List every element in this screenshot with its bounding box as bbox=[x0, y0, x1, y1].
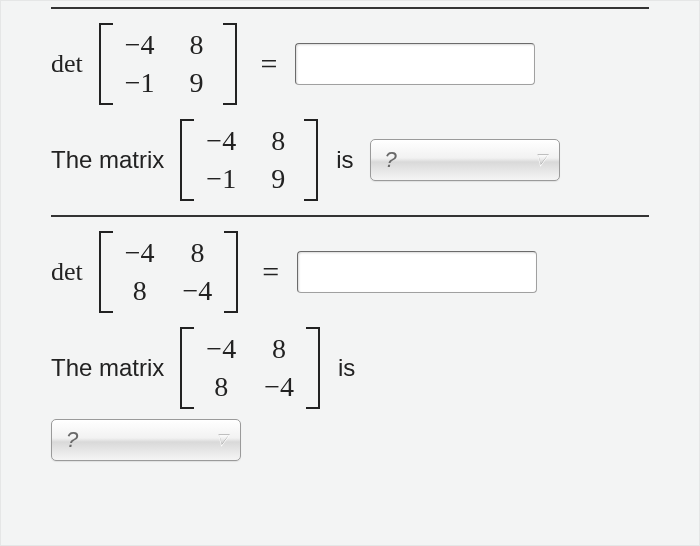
m2-a21: 8 bbox=[125, 277, 155, 305]
m2b-a22: −4 bbox=[264, 373, 294, 401]
matrix-1b: −4 8 −1 9 bbox=[180, 119, 318, 201]
m1-a21: −1 bbox=[125, 69, 155, 97]
left-bracket-icon bbox=[99, 231, 113, 313]
matrix-grid: −4 8 −1 9 bbox=[113, 23, 223, 105]
right-bracket-icon bbox=[304, 119, 318, 201]
m2-a12: 8 bbox=[183, 239, 213, 267]
classify-post: is bbox=[336, 146, 353, 174]
dropdown-placeholder: ? bbox=[66, 427, 78, 453]
classify-row-2b: ? ▽ bbox=[51, 419, 649, 461]
classify-pre: The matrix bbox=[51, 354, 164, 382]
m2b-a11: −4 bbox=[206, 335, 236, 363]
classify-row-1: The matrix −4 8 −1 9 is ? ▽ bbox=[51, 119, 649, 201]
left-bracket-icon bbox=[99, 23, 113, 105]
matrix-grid: −4 8 8 −4 bbox=[113, 231, 225, 313]
m1b-a21: −1 bbox=[206, 165, 236, 193]
m1b-a22: 9 bbox=[264, 165, 292, 193]
question-panel: det −4 8 −1 9 = The matrix −4 8 −1 9 bbox=[0, 0, 700, 546]
classify-dropdown-1[interactable]: ? ▽ bbox=[370, 139, 560, 181]
det-answer-input-1[interactable] bbox=[295, 43, 535, 85]
right-bracket-icon bbox=[224, 231, 238, 313]
m1b-a11: −4 bbox=[206, 127, 236, 155]
left-bracket-icon bbox=[180, 327, 194, 409]
equals-sign: = bbox=[261, 47, 278, 81]
classify-row-2: The matrix −4 8 8 −4 is bbox=[51, 327, 649, 409]
matrix-2a: −4 8 8 −4 bbox=[99, 231, 239, 313]
det-row-1: det −4 8 −1 9 = bbox=[51, 23, 649, 105]
classify-pre: The matrix bbox=[51, 146, 164, 174]
det-label: det bbox=[51, 49, 83, 79]
equals-sign: = bbox=[262, 255, 279, 289]
chevron-down-icon: ▽ bbox=[535, 151, 547, 169]
m1-a12: 8 bbox=[183, 31, 211, 59]
m2b-a21: 8 bbox=[206, 373, 236, 401]
m2-a22: −4 bbox=[183, 277, 213, 305]
divider bbox=[51, 215, 649, 217]
m2-a11: −4 bbox=[125, 239, 155, 267]
classify-post: is bbox=[338, 354, 355, 382]
matrix-1a: −4 8 −1 9 bbox=[99, 23, 237, 105]
det-answer-input-2[interactable] bbox=[297, 251, 537, 293]
det-row-2: det −4 8 8 −4 = bbox=[51, 231, 649, 313]
left-bracket-icon bbox=[180, 119, 194, 201]
m2b-a12: 8 bbox=[264, 335, 294, 363]
m1-a11: −4 bbox=[125, 31, 155, 59]
m1-a22: 9 bbox=[183, 69, 211, 97]
classify-dropdown-2[interactable]: ? ▽ bbox=[51, 419, 241, 461]
right-bracket-icon bbox=[306, 327, 320, 409]
right-bracket-icon bbox=[223, 23, 237, 105]
divider bbox=[51, 7, 649, 9]
m1b-a12: 8 bbox=[264, 127, 292, 155]
matrix-grid: −4 8 −1 9 bbox=[194, 119, 304, 201]
dropdown-placeholder: ? bbox=[385, 147, 397, 173]
chevron-down-icon: ▽ bbox=[216, 431, 228, 449]
matrix-2b: −4 8 8 −4 bbox=[180, 327, 320, 409]
det-label: det bbox=[51, 257, 83, 287]
matrix-grid: −4 8 8 −4 bbox=[194, 327, 306, 409]
